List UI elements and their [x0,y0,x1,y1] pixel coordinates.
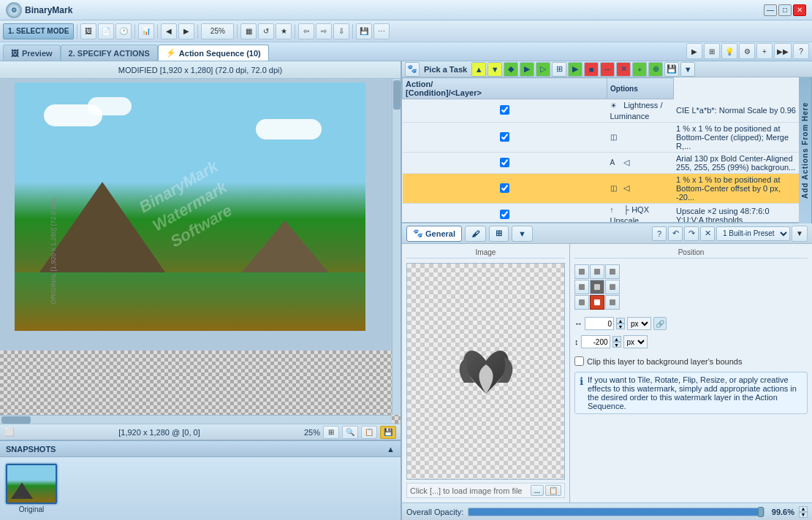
toolbar-btn-img2[interactable]: 📄 [98,23,114,39]
toolbar-btn-r6[interactable]: ▶▶ [774,43,792,59]
table-row[interactable]: ☀ Lightness / Luminance CIE L*a*b*: Norm… [403,99,800,123]
zoom-input[interactable]: 25% [201,23,234,39]
snapshots-collapse-icon[interactable]: ▲ [387,445,395,454]
snapshot-thumb-original[interactable] [6,464,57,504]
load-image-button[interactable]: 📋 [545,485,561,496]
x-unit-select[interactable]: px % [627,317,651,330]
action-table[interactable]: Action/ [Condition]/<Layer> Options ☀ Li… [402,77,799,223]
image-preview-box[interactable] [406,263,565,480]
toolbar-btn-forward[interactable]: ▶ [178,23,194,39]
arrow-down-btn[interactable]: ▼ [487,62,502,77]
toolbar-btn-r2[interactable]: ⊞ [704,43,720,59]
y-unit-select[interactable]: px % [623,335,648,348]
row-checkbox[interactable] [500,132,509,142]
toolbar-btn-ar[interactable]: ⇨ [316,23,332,39]
diamond-btn[interactable]: ◆ [504,62,518,77]
toolbar-btn-bar[interactable]: 📊 [138,23,154,39]
tab-brush-btn[interactable]: 🖌 [465,226,486,242]
arrow-right2-btn[interactable]: ▷ [536,62,550,77]
image-canvas-area[interactable]: ORIGINAL [1,920 x 1,280] (72.0 dpi) Bina… [0,79,401,424]
toolbar-btn-r1[interactable]: ▶ [686,43,702,59]
play-btn[interactable]: ▶ [568,62,583,77]
row-checkbox[interactable] [500,210,509,219]
clip-checkbox[interactable] [574,356,584,366]
redo-btn[interactable]: ↷ [684,226,699,241]
preset-select[interactable]: 1 Built-in Preset [716,226,790,241]
y-offset-input[interactable]: -200 [581,335,610,348]
statusbar-copy-btn[interactable]: 📋 [361,426,377,439]
toolbar-btn-clock[interactable]: 🕐 [115,23,132,39]
pos-botcenter[interactable] [590,295,604,310]
browse-image-button[interactable]: ... [531,485,544,496]
row-checkbox[interactable] [500,183,509,193]
y-offset-down[interactable]: ▼ [612,342,621,348]
toolbar-btn-ad[interactable]: ⇩ [333,23,349,39]
close-button[interactable]: ✕ [793,4,806,16]
del-btn[interactable]: ✕ [616,62,631,77]
toolbar-btn-r5[interactable]: + [756,43,773,59]
help-btn[interactable]: ? [652,226,667,241]
grid-add-btn[interactable]: ⊞ [552,62,566,77]
toolbar-btn-back[interactable]: ◀ [161,23,177,39]
pos-topright[interactable] [605,264,620,279]
toolbar-btn-more[interactable]: ⋯ [373,23,390,39]
scrollbar-vertical[interactable] [392,79,401,415]
add-btn[interactable]: + [632,62,647,77]
toolbar-btn-star[interactable]: ★ [276,23,292,39]
opacity-down[interactable]: ▼ [799,512,808,518]
y-offset-up[interactable]: ▲ [612,336,621,342]
add2-btn[interactable]: ⊕ [648,62,663,77]
toolbar-btn-r7[interactable]: ? [793,43,809,59]
table-row[interactable]: ↑ ├ HQX Upscale Upscale ×2 using 48:7:6:… [403,204,800,224]
tab-general-btn[interactable]: 🐾 General [406,226,462,242]
more-seq-btn[interactable]: ▼ [680,62,695,77]
x-offset-input[interactable]: 0 [585,317,614,330]
x-offset-up[interactable]: ▲ [616,318,625,324]
toolbar-btn-r3[interactable]: 💡 [721,43,737,59]
row-checkbox[interactable] [500,158,509,167]
toolbar-btn-al[interactable]: ⇦ [298,23,314,39]
pos-botleft[interactable] [574,295,589,310]
opacity-slider[interactable] [468,508,764,516]
scrollbar-horizontal[interactable] [0,415,392,424]
tab-preview[interactable]: 🖼 Preview [3,45,61,61]
save-seq-btn[interactable]: 💾 [664,62,679,77]
tab-action-seq[interactable]: ⚡ Action Sequence (10) [158,45,269,61]
toolbar-btn-grid[interactable]: ▦ [240,23,257,39]
toolbar-btn-r4[interactable]: ⚙ [739,43,755,59]
scrollbar-horizontal-thumb[interactable] [1,416,31,424]
toolbar-btn-save[interactable]: 💾 [356,23,372,39]
paw-icon-btn[interactable]: 🐾 [405,62,420,77]
preset-arrow-btn[interactable]: ▼ [792,226,808,242]
select-mode-button[interactable]: 1. SELECT MODE [3,23,74,39]
pos-midright[interactable] [605,280,620,294]
pos-topcenter[interactable] [590,264,604,279]
scrollbar-vertical-thumb[interactable] [393,80,401,110]
opacity-up[interactable]: ▲ [799,506,808,512]
pos-topleft[interactable] [574,264,589,279]
tab-filter-btn[interactable]: ▼ [512,226,533,242]
pos-midcenter[interactable] [590,280,604,294]
table-row[interactable]: A ◁ Arial 130 px Bold Center-Aligned 255… [403,153,800,174]
table-row[interactable]: ◫ 1 % x 1 % to be positioned at Bottom-C… [403,123,800,153]
add-actions-sidebar[interactable]: Add Actions From Here [799,77,812,223]
link-icon-btn[interactable]: 🔗 [653,317,667,330]
minimize-button[interactable]: — [764,4,777,16]
pos-midleft[interactable] [574,280,589,294]
x-offset-down[interactable]: ▼ [616,324,625,329]
undo-btn[interactable]: ↶ [668,226,683,241]
row-checkbox[interactable] [500,105,509,115]
minus-btn[interactable]: ─ [600,62,615,77]
snapshot-item-original[interactable]: Original [6,464,57,513]
arrow-right-btn[interactable]: ▶ [520,62,534,77]
stop-btn[interactable]: ■ [584,62,599,77]
toolbar-btn-img1[interactable]: 🖼 [80,23,96,39]
statusbar-fit-btn[interactable]: ⊞ [323,426,339,439]
arrow-up-btn[interactable]: ▲ [471,62,486,77]
close-gen-btn[interactable]: ✕ [700,226,715,241]
toolbar-btn-refresh[interactable]: ↺ [258,23,274,39]
statusbar-save-btn[interactable]: 💾 [380,426,396,439]
tab-layers-btn[interactable]: ⊞ [489,226,509,242]
table-row[interactable]: ◫ ◁ 1 % x 1 % to be positioned at Bottom… [403,174,800,204]
maximize-button[interactable]: □ [778,4,792,16]
